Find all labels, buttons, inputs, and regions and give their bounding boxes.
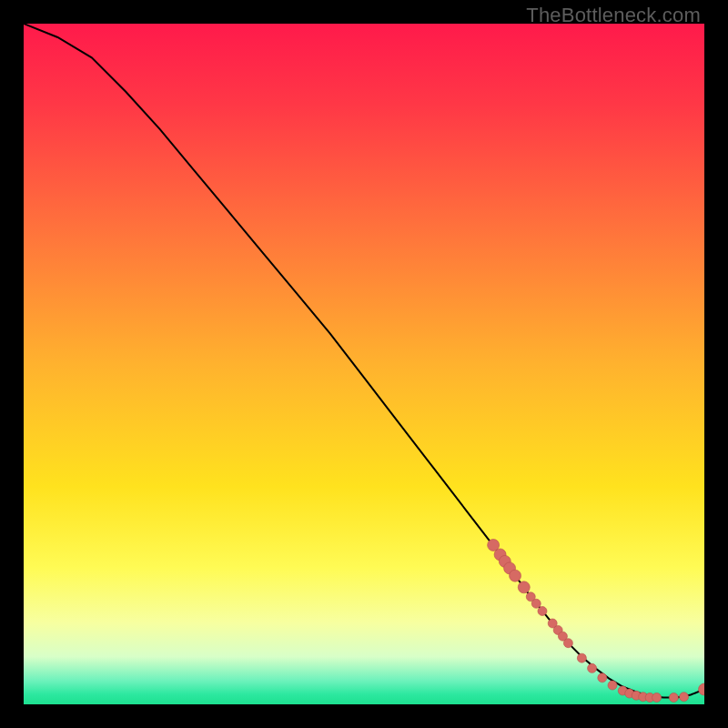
data-marker [531,599,541,608]
chart-svg [24,24,704,704]
data-marker [588,663,597,672]
data-marker [563,639,572,648]
data-marker [608,681,617,690]
data-marker [669,693,678,703]
gradient-background [24,24,704,704]
data-marker [680,693,689,702]
data-marker [538,607,547,616]
data-marker [652,693,662,703]
data-marker [510,570,521,581]
data-marker [518,581,530,593]
data-marker [577,653,586,662]
data-marker [598,673,607,682]
chart-frame [24,24,704,704]
